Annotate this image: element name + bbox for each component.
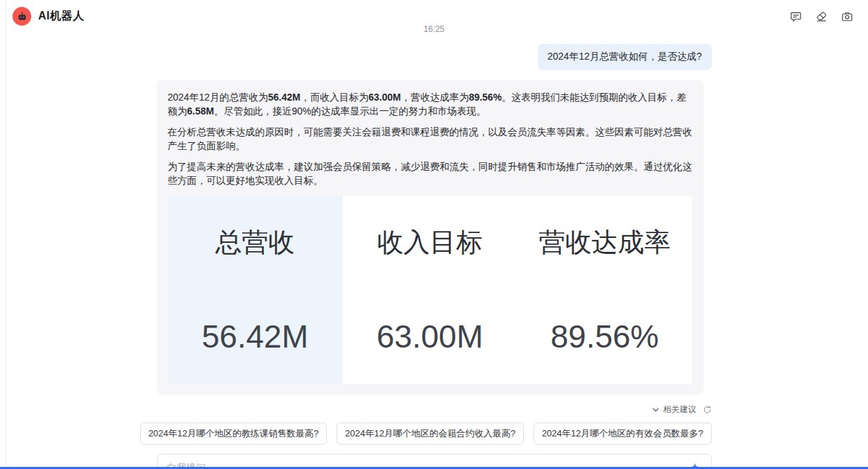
ai-message-bubble: 2024年12月的总营收为56.42M，而收入目标为63.00M，营收达成率为8… [157, 80, 704, 395]
app-logo [12, 7, 31, 26]
ai-paragraph: 2024年12月的总营收为56.42M，而收入目标为63.00M，营收达成率为8… [168, 90, 692, 118]
text-run: ，营收达成率为 [401, 92, 469, 103]
left-divider [6, 0, 6, 469]
chat-area: 16:25 2024年12月总营收如何，是否达成? 2024年12月的总营收为5… [157, 28, 712, 469]
ai-paragraph: 在分析总营收未达成的原因时，可能需要关注会籍退费和课程退费的情况，以及会员流失率… [168, 125, 692, 153]
text-run-bold: 89.56% [469, 92, 502, 103]
app-title: AI机器人 [38, 9, 85, 24]
text-run: 。尽管如此，接近90%的达成率显示出一定的努力和市场表现。 [214, 105, 486, 117]
metric-column-achievement-rate[interactable]: 营收达成率 89.56% [518, 196, 692, 384]
message-timestamp: 16:25 [157, 24, 712, 34]
text-run-bold: 63.00M [368, 92, 401, 103]
user-message-row: 2024年12月总营收如何，是否达成? [157, 44, 712, 70]
metric-value: 56.42M [168, 289, 343, 384]
text-run: ，而收入目标为 [300, 92, 368, 103]
suggestion-chip[interactable]: 2024年12月哪个地区的会籍合约收入最高? [337, 423, 524, 445]
ai-paragraph: 为了提高未来的营收达成率，建议加强会员保留策略，减少退费和流失，同时提升销售和市… [168, 160, 692, 187]
brand: AI机器人 [12, 7, 85, 26]
suggestions-header: 相关建议 [157, 404, 712, 416]
text-run-bold: 56.42M [268, 92, 300, 103]
suggestions-title: 相关建议 [663, 404, 697, 416]
text-run: 2024年12月的总营收为 [168, 92, 269, 103]
suggestions-toggle[interactable]: 相关建议 [652, 404, 697, 416]
robot-icon [17, 11, 28, 22]
text-run-bold: 6.58M [187, 105, 214, 117]
suggestion-chip[interactable]: 2024年12月哪个地区的教练课销售数最高? [140, 423, 327, 445]
suggestion-chip[interactable]: 2024年12月哪个地区的有效会员数最多? [534, 423, 712, 445]
eraser-icon[interactable] [815, 10, 828, 24]
refresh-suggestions-button[interactable] [703, 405, 712, 414]
suggestion-chips: 2024年12月哪个地区的教练课销售数最高? 2024年12月哪个地区的会籍合约… [157, 423, 712, 445]
refresh-icon [703, 405, 712, 414]
metrics-table: 总营收 56.42M 收入目标 63.00M 营收达成率 89.56% [168, 196, 692, 384]
metric-label: 营收达成率 [518, 196, 692, 289]
camera-icon[interactable] [840, 10, 854, 24]
user-message-bubble: 2024年12月总营收如何，是否达成? [538, 44, 712, 70]
header-icons [789, 10, 856, 24]
metric-column-revenue-target[interactable]: 收入目标 63.00M [343, 196, 518, 384]
metric-value: 63.00M [343, 289, 518, 384]
metric-label: 收入目标 [343, 196, 518, 289]
comment-icon[interactable] [789, 10, 803, 24]
metric-column-total-revenue[interactable]: 总营收 56.42M [168, 196, 343, 384]
metric-label: 总营收 [168, 196, 343, 289]
chevron-down-icon [652, 406, 660, 414]
metric-value: 89.56% [518, 289, 692, 384]
app-window: AI机器人 [0, 0, 868, 469]
